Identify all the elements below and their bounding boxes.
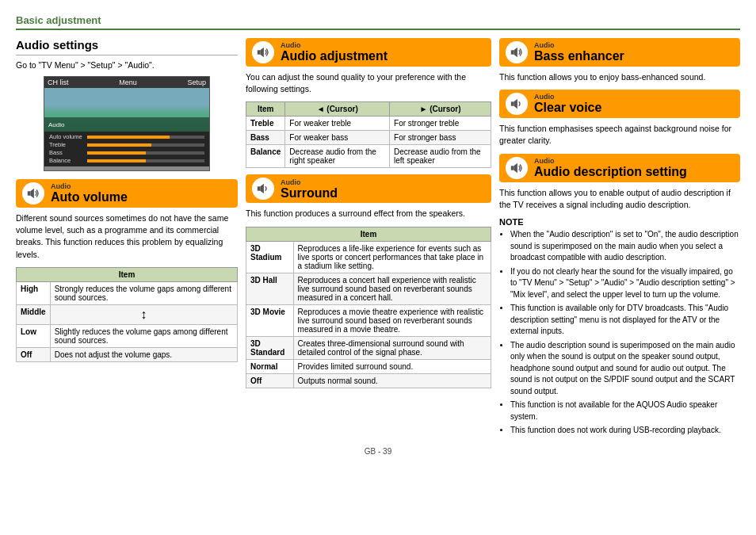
bass-enhancer-icon [506,41,528,63]
surround-body: This function produces a surround effect… [246,208,491,220]
page-footer: GB - 39 [16,447,740,456]
page-number: GB - 39 [365,447,391,456]
audio-adjustment-title: Audio adjustment [281,49,388,63]
table-row: Off Outputs normal sound. [246,373,491,388]
table-cell-item: Off [246,373,294,388]
table-cell-item: Balance [246,145,285,168]
auto-volume-label-group: Audio Auto volume [51,182,128,204]
tv-setup: Setup [187,78,206,86]
bass-enhancer-label-group: Audio Bass enhancer [534,41,624,63]
table-row: 3D Stadium Reproduces a life-like experi… [246,241,491,273]
table-row: 3D Hall Reproduces a concert hall experi… [246,273,491,304]
right-column: Audio Bass enhancer This function allows… [499,38,740,439]
audio-description-icon [506,157,528,179]
audio-description-body: This function allows you to enable outpu… [499,187,740,211]
surround-speaker-icon [256,182,270,196]
svg-marker-7 [514,48,517,58]
svg-marker-5 [260,184,264,194]
tv-slider-bass: Bass [49,149,204,156]
tv-image-area: Audio [44,88,209,132]
tv-menu-bar: CH list Menu Setup [44,77,209,88]
table-cell-desc: Outputs normal sound. [293,373,491,388]
svg-rect-2 [258,50,261,54]
surround-table-header: Item [246,227,491,241]
svg-marker-3 [260,48,264,58]
auto-volume-icon [22,182,44,204]
auto-volume-title: Auto volume [51,190,128,204]
audio-adjustment-table: Item ◄ (Cursor) ► (Cursor) Treble For we… [246,101,491,168]
table-row: Bass For weaker bass For stronger bass [246,131,491,145]
adj-table-header-left: ◄ (Cursor) [285,102,390,117]
table-row: Middle ↕ [17,304,238,324]
tv-slider-treble: Treble [49,141,204,148]
auto-volume-audio-small: Audio [51,182,128,190]
table-row: Normal Provides limited surround sound. [246,359,491,373]
list-item: The audio description sound is superimpo… [510,340,740,398]
middle-column: Audio Audio adjustment You can adjust th… [246,38,491,439]
auto-volume-header: Audio Auto volume [16,179,238,208]
svg-rect-4 [258,187,261,191]
list-item: When the "Audio description" is set to "… [510,229,740,264]
audio-description-audio-small: Audio [534,157,687,165]
table-row: Low Slightly reduces the volume gaps amo… [17,324,238,347]
speaker-icon [26,186,40,201]
table-cell-left: For weaker treble [285,117,390,131]
section-title: Audio settings [16,38,238,55]
tv-slider-label-balance: Balance [49,157,85,164]
tv-preview: CH list Menu Setup Audio Auto volume [44,76,210,171]
audio-description-header: Audio Audio description setting [499,154,740,182]
section-intro: Go to "TV Menu" > "Setup" > "Audio". [16,60,238,70]
svg-marker-1 [30,189,34,199]
svg-rect-0 [28,191,31,195]
table-cell-left: Decrease audio from the right speaker [285,145,390,168]
table-row: 3D Movie Reproduces a movie theatre expe… [246,304,491,336]
table-row: Balance Decrease audio from the right sp… [246,145,491,168]
table-cell-desc: Creates three-dimensional surround sound… [293,336,491,359]
surround-label-group: Audio Surround [281,178,338,201]
audio-description-label-group: Audio Audio description setting [534,157,687,179]
surround-table: Item 3D Stadium Reproduces a life-like e… [246,227,491,388]
svg-rect-8 [511,102,514,106]
clear-voice-header: Audio Clear voice [499,90,740,118]
svg-rect-10 [511,166,514,170]
bass-enhancer-audio-small: Audio [534,41,624,49]
table-row: 3D Standard Creates three-dimensional su… [246,336,491,359]
table-cell-right: For stronger treble [390,117,491,131]
note-title: NOTE [499,217,740,227]
tv-menu-label: Menu [119,78,137,86]
surround-audio-small: Audio [281,178,338,186]
tv-slider-label-autovol: Auto volume [49,133,85,140]
audio-adjustment-icon [252,41,274,63]
clear-voice-speaker-icon [510,97,524,111]
table-row: Treble For weaker treble For stronger tr… [246,117,491,131]
notes-list: When the "Audio description" is set to "… [499,229,740,437]
table-cell-item: 3D Movie [246,304,294,336]
table-cell-desc: Slightly reduces the volume gaps among d… [50,324,237,347]
table-row: High Strongly reduces the volume gaps am… [17,281,238,304]
clear-voice-label-group: Audio Clear voice [534,93,601,115]
list-item: If you do not clearly hear the sound for… [510,266,740,301]
table-cell-item: Treble [246,117,285,131]
svg-marker-9 [514,99,517,109]
clear-voice-icon [506,93,528,115]
page: Basic adjustment Audio settings Go to "T… [0,0,756,464]
main-columns: Audio settings Go to "TV Menu" > "Setup"… [16,38,740,439]
surround-icon [252,178,274,200]
table-cell-item: 3D Hall [246,273,294,304]
table-cell-desc: ↕ [50,304,237,324]
list-item: This function is not available for the A… [510,399,740,422]
bass-speaker-icon [510,45,524,59]
surround-title: Surround [281,186,338,201]
table-cell-desc: Provides limited surround sound. [293,359,491,373]
bass-enhancer-header: Audio Bass enhancer [499,38,740,67]
table-cell-item: Bass [246,131,285,145]
adj-table-header-item: Item [246,102,285,117]
auto-volume-table-header: Item [17,267,238,281]
audio-adjustment-audio-small: Audio [281,41,388,49]
adj-table-header-right: ► (Cursor) [390,102,491,117]
clear-voice-body: This function emphasises speech against … [499,123,740,147]
tv-audio-label: Audio [44,117,209,132]
svg-rect-6 [511,50,514,54]
left-column: Audio settings Go to "TV Menu" > "Setup"… [16,38,238,439]
table-cell-right: Decrease audio from the left speaker [390,145,491,168]
